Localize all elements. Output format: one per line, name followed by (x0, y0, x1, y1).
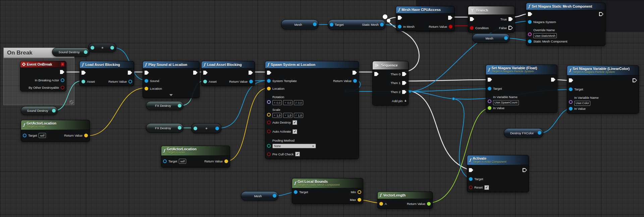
location-pin[interactable] (267, 87, 271, 90)
exec-pin[interactable] (402, 72, 407, 76)
value-field[interactable]: self (179, 159, 186, 164)
exec-pin[interactable] (508, 26, 513, 30)
node-load-asset-blocking-1[interactable]: ƒLoad Asset BlockingAssetReturn Value (79, 61, 134, 86)
wire-junction-knot[interactable] (452, 97, 455, 100)
min-out-pin[interactable] (358, 190, 361, 194)
node-header[interactable]: ƒPlay Sound at Location (143, 61, 199, 68)
pill-mesh-3[interactable]: Mesh (241, 191, 278, 201)
mesh-pin[interactable] (313, 22, 317, 26)
node-header[interactable]: ƒGetActorLocationTarget is Actor (21, 120, 90, 130)
exec-pin[interactable] (128, 71, 132, 75)
reroute-out-pin[interactable] (215, 127, 219, 130)
pooling-method-pin[interactable] (267, 144, 271, 148)
node-spawn-system-at-location[interactable]: ƒSpawn System at LocationSystem Template… (265, 61, 359, 159)
exec-pin[interactable] (193, 71, 198, 75)
pill-get-static-mesh[interactable]: TargetStatic Mesh (328, 19, 386, 30)
exec-pin[interactable] (488, 78, 492, 82)
node-header[interactable]: ƒActivateTarget is Actor Component (467, 155, 529, 165)
pill-sound-destroy-2[interactable]: Sound Destroy (21, 106, 58, 115)
exec-pin[interactable] (353, 71, 357, 75)
exec-pin[interactable] (203, 71, 208, 75)
checkbox[interactable]: ✓ (292, 120, 297, 125)
exec-pin[interactable] (249, 71, 253, 75)
auto-activate-pin[interactable] (267, 130, 271, 133)
return-value-out-pin[interactable] (449, 25, 452, 28)
node-play-sound-at-location[interactable]: ƒPlay Sound at LocationSoundLocation (143, 61, 200, 98)
add-pin-icon[interactable]: + (405, 99, 407, 103)
node-mesh-have-cpuaccess[interactable]: ƒMesh Have CPUAccessIn MeshReturn Value (396, 6, 454, 31)
return-value-out-pin[interactable] (84, 134, 88, 137)
target-pin[interactable] (294, 190, 298, 194)
exec-pin[interactable] (470, 17, 474, 21)
system-template-pin[interactable] (267, 79, 271, 83)
node-event-onbreak[interactable]: Event OnBreakIn Breaking ActorBy Other D… (20, 61, 66, 91)
node-header[interactable]: ƒGetActorLocationTarget is Actor (161, 146, 230, 156)
sound-pin[interactable] (145, 79, 148, 83)
return-value-out-pin[interactable] (249, 80, 253, 83)
exec-pin[interactable] (569, 78, 573, 82)
exec-pin[interactable] (374, 72, 379, 76)
reroute-in-pin[interactable] (194, 127, 197, 130)
node-activate[interactable]: ƒActivateTarget is Actor ComponentTarget… (467, 155, 529, 192)
exec-pin[interactable] (267, 71, 271, 75)
exec-pin[interactable] (145, 71, 149, 75)
checkbox[interactable]: ✓ (292, 129, 297, 134)
value-field[interactable]: Y0,0 (283, 100, 292, 105)
collapse-arrow-icon[interactable] (169, 94, 173, 96)
pill-mesh-2[interactable]: Mesh (472, 33, 510, 43)
mesh-pin[interactable] (504, 36, 508, 40)
reroute-knot-sound[interactable] (88, 43, 116, 52)
location-pin[interactable] (145, 87, 148, 90)
target-pin[interactable] (163, 159, 167, 163)
node-header[interactable]: ƒSet Niagara Variable (Float)Target is N… (486, 65, 557, 75)
scale-pin[interactable] (267, 113, 271, 117)
exec-pin[interactable] (551, 78, 555, 82)
exec-pin[interactable] (599, 12, 603, 16)
return-value-out-pin[interactable] (224, 159, 228, 163)
exec-pin[interactable] (528, 12, 532, 16)
node-get-local-bounds[interactable]: ƒGet Local BoundsTarget is Static Mesh C… (292, 178, 363, 204)
value-field[interactable]: Z0,0 (294, 100, 303, 105)
a-pin[interactable] (379, 202, 383, 206)
fx-destroy-pin[interactable] (178, 104, 181, 107)
exec-pin[interactable] (469, 168, 473, 172)
return-value-out-pin[interactable] (128, 80, 132, 83)
node-header[interactable]: Branch (468, 6, 515, 15)
reroute-in-pin[interactable] (91, 46, 94, 50)
node-header[interactable]: ƒLoad Asset Blocking (80, 61, 134, 68)
reset-pin[interactable] (469, 186, 473, 189)
sound-destroy-pin[interactable] (84, 50, 88, 54)
pill-fx-destroy-1[interactable]: FX Destroy (146, 101, 183, 110)
niagara-system-pin[interactable] (528, 20, 532, 24)
pre-cull-check-pin[interactable] (267, 152, 271, 156)
exec-pin[interactable] (60, 70, 64, 74)
return-value-out-pin[interactable] (353, 79, 357, 83)
node-header[interactable]: ƒLoad Asset Blocking (202, 61, 255, 68)
in-variable-name-pin[interactable] (488, 99, 491, 103)
rotation-pin[interactable] (267, 100, 271, 104)
in-variable-name-pin[interactable] (569, 100, 573, 104)
target-pin[interactable] (488, 87, 491, 90)
node-header[interactable]: ƒGet Local BoundsTarget is Static Mesh C… (292, 178, 363, 188)
exec-pin[interactable] (82, 71, 86, 75)
checkbox[interactable]: ✓ (295, 152, 300, 156)
value-field[interactable]: X1,0 (272, 113, 282, 118)
node-header[interactable]: Sequence (373, 61, 408, 70)
exec-pin[interactable] (448, 16, 452, 20)
fx-destroy-pin[interactable] (178, 126, 181, 130)
exec-pin[interactable] (633, 78, 637, 82)
node-load-asset-blocking-2[interactable]: ƒLoad Asset BlockingAssetReturn Value (201, 61, 255, 86)
return-value-out-pin[interactable] (427, 202, 431, 206)
target-pin[interactable] (569, 87, 573, 91)
node-header[interactable]: ƒMesh Have CPUAccess (396, 6, 454, 13)
pill-fx-destroy-2[interactable]: FX Destroy (146, 123, 183, 133)
by-other-destroyable-out-pin[interactable] (61, 86, 64, 89)
node-header[interactable]: Event OnBreak (20, 61, 66, 68)
sound-destroy-pin[interactable] (52, 109, 56, 113)
node-header[interactable]: ƒSet Niagara Static Mesh Component (526, 3, 605, 10)
wire-junction-knot[interactable] (409, 90, 411, 93)
override-name-pin[interactable] (528, 32, 532, 36)
node-sequence[interactable]: SequenceThen 0Then 1Then 2Add pin+ (372, 61, 409, 105)
reroute-out-pin[interactable] (110, 46, 114, 50)
static-mesh-component-pin[interactable] (528, 40, 532, 43)
